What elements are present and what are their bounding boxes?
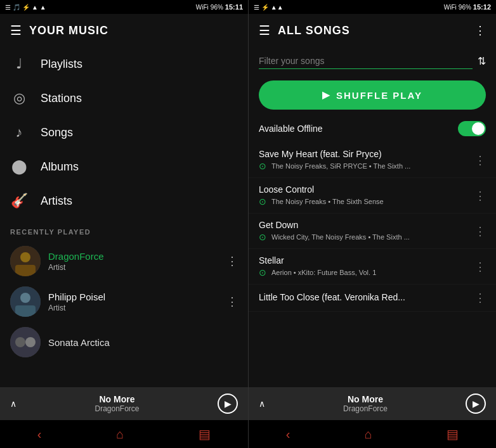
- shuffle-play-button[interactable]: ▶ SHUFFLE PLAY: [259, 80, 486, 110]
- song-info-4: Little Too Close (feat. Veronika Red...: [259, 292, 474, 304]
- song-meta-2: ⊙ Wicked City, The Noisy Freaks • The Si…: [259, 232, 474, 242]
- dots-icon-right[interactable]: ⋮: [474, 23, 486, 37]
- stations-icon: ◎: [10, 90, 28, 106]
- home-icon-right[interactable]: ⌂: [365, 427, 372, 442]
- offline-toggle[interactable]: [458, 121, 486, 136]
- player-info-left: No More DragonForce: [22, 394, 212, 413]
- signal-icons-right: ⚡ ▲▲: [261, 4, 284, 11]
- song-more-0[interactable]: ⋮: [474, 153, 486, 167]
- play-button-left[interactable]: ▶: [218, 394, 238, 414]
- left-header: ☰ YOUR MUSIC: [0, 14, 248, 47]
- chevron-up-icon-left[interactable]: ∧: [10, 399, 16, 409]
- signal-icons: ▲ ▲: [32, 4, 46, 11]
- song-item-3[interactable]: Stellar ⊙ Aerion • xKito: Future Bass, V…: [249, 249, 496, 285]
- nav-label-stations: Stations: [41, 92, 82, 105]
- nav-item-playlists[interactable]: ♩ Playlists: [0, 47, 248, 81]
- back-icon-right[interactable]: ‹: [286, 427, 290, 442]
- right-header: ☰ ALL SONGS ⋮: [249, 14, 496, 47]
- player-info-right: No More DragonForce: [270, 394, 460, 413]
- recent-name-philipp: Philipp Poisel: [48, 291, 219, 302]
- nav-item-stations[interactable]: ◎ Stations: [0, 81, 248, 115]
- more-icon-dragonforce[interactable]: ⋮: [226, 254, 238, 268]
- nav-item-songs[interactable]: ♪ Songs: [0, 115, 248, 150]
- song-title-3: Stellar: [259, 255, 474, 266]
- time-left: 15:11: [225, 3, 243, 11]
- song-title-0: Save My Heart (feat. Sir Pryce): [259, 149, 474, 159]
- status-bar-left: ☰ 🎵 ⚡ ▲ ▲ WiFi 96% 15:11: [0, 0, 248, 14]
- song-title-2: Get Down: [259, 220, 474, 230]
- more-icon-philipp[interactable]: ⋮: [226, 295, 238, 309]
- recent-icon-right[interactable]: ▤: [447, 426, 459, 442]
- nav-label-playlists: Playlists: [41, 58, 82, 71]
- song-item-0[interactable]: Save My Heart (feat. Sir Pryce) ⊙ The No…: [249, 143, 496, 178]
- song-meta-1: ⊙ The Noisy Freaks • The Sixth Sense: [259, 196, 474, 207]
- download-icon-3: ⊙: [259, 267, 266, 278]
- right-panel: ☰ ⚡ ▲▲ WiFi 96% 15:12 ☰ ALL SONGS ⋮ ⇅ ▶ …: [248, 0, 496, 448]
- playlists-icon: ♩: [10, 56, 28, 72]
- hamburger-icon-left[interactable]: ☰: [10, 23, 22, 38]
- song-more-3[interactable]: ⋮: [474, 260, 486, 274]
- recent-icon-left[interactable]: ▤: [199, 426, 211, 442]
- nav-item-albums[interactable]: ⬤ Albums: [0, 150, 248, 184]
- recent-item-sonata[interactable]: Sonata Arctica: [0, 322, 248, 362]
- svg-point-4: [20, 293, 30, 303]
- menu-status-icon-right: ☰: [254, 4, 259, 11]
- recent-sub-philipp: Artist: [48, 304, 219, 312]
- song-item-1[interactable]: Loose Control ⊙ The Noisy Freaks • The S…: [249, 178, 496, 214]
- song-more-1[interactable]: ⋮: [474, 189, 486, 203]
- nav-label-albums: Albums: [41, 160, 79, 174]
- wifi-icon: WiFi: [196, 4, 209, 11]
- bottom-nav-left: ‹ ⌂ ▤: [0, 420, 248, 448]
- svg-rect-2: [15, 265, 36, 276]
- status-right-right-icons: WiFi 96% 15:12: [444, 3, 491, 11]
- shuffle-label: SHUFFLE PLAY: [336, 90, 422, 101]
- play-button-right[interactable]: ▶: [466, 394, 486, 414]
- songs-icon: ♪: [10, 124, 28, 141]
- song-info-0: Save My Heart (feat. Sir Pryce) ⊙ The No…: [259, 149, 474, 171]
- song-meta-text-3: Aerion • xKito: Future Bass, Vol. 1: [271, 269, 376, 276]
- song-info-2: Get Down ⊙ Wicked City, The Noisy Freaks…: [259, 220, 474, 242]
- search-bar: ⇅: [249, 47, 496, 75]
- song-item-2[interactable]: Get Down ⊙ Wicked City, The Noisy Freaks…: [249, 214, 496, 249]
- song-meta-text-2: Wicked City, The Noisy Freaks • The Sixt…: [271, 233, 410, 241]
- hamburger-icon-right[interactable]: ☰: [259, 23, 270, 38]
- time-right: 15:12: [473, 3, 491, 11]
- status-left-icons: ☰ 🎵 ⚡ ▲ ▲: [5, 4, 46, 11]
- song-title-1: Loose Control: [259, 184, 474, 195]
- recent-item-philipp[interactable]: Philipp Poisel Artist ⋮: [0, 281, 248, 322]
- right-page-title: ALL SONGS: [278, 24, 467, 37]
- recent-sub-dragonforce: Artist: [48, 263, 219, 272]
- song-meta-text-0: The Noisy Freaks, SiR PRYCE • The Sixth …: [271, 162, 410, 170]
- recent-info-sonata: Sonata Arctica: [48, 337, 238, 348]
- song-meta-text-1: The Noisy Freaks • The Sixth Sense: [271, 198, 384, 205]
- home-icon-left[interactable]: ⌂: [116, 427, 124, 442]
- offline-label: Available Offline: [259, 124, 323, 134]
- spotify-icon: 🎵: [13, 4, 20, 11]
- avatar-sonata: [10, 327, 41, 357]
- song-info-1: Loose Control ⊙ The Noisy Freaks • The S…: [259, 184, 474, 207]
- svg-point-1: [20, 252, 30, 262]
- svg-point-8: [25, 337, 36, 347]
- song-more-4[interactable]: ⋮: [474, 291, 486, 305]
- download-icon-1: ⊙: [259, 196, 266, 207]
- status-right-left-icons: ☰ ⚡ ▲▲: [254, 4, 284, 11]
- wifi-icon-right: WiFi: [444, 4, 457, 11]
- song-more-2[interactable]: ⋮: [474, 224, 486, 238]
- song-meta-0: ⊙ The Noisy Freaks, SiR PRYCE • The Sixt…: [259, 161, 474, 171]
- song-item-4[interactable]: Little Too Close (feat. Veronika Red... …: [249, 285, 496, 312]
- recently-played-section: RECENTLY PLAYED: [0, 218, 248, 241]
- nav-label-songs: Songs: [41, 126, 73, 139]
- recent-name-dragonforce: DragonForce: [48, 251, 219, 262]
- avatar-philipp: [10, 286, 41, 317]
- nav-item-artists[interactable]: 🎸 Artists: [0, 184, 248, 218]
- search-input[interactable]: [259, 53, 473, 69]
- left-page-title: YOUR MUSIC: [29, 24, 238, 37]
- svg-point-7: [15, 337, 25, 347]
- download-icon-2: ⊙: [259, 232, 266, 242]
- back-icon-left[interactable]: ‹: [37, 427, 42, 442]
- recent-item-dragonforce[interactable]: DragonForce Artist ⋮: [0, 241, 248, 281]
- chevron-up-icon-right[interactable]: ∧: [259, 399, 265, 409]
- song-title-4: Little Too Close (feat. Veronika Red...: [259, 292, 474, 302]
- player-song-right: No More: [270, 394, 460, 404]
- filter-icon[interactable]: ⇅: [478, 55, 486, 67]
